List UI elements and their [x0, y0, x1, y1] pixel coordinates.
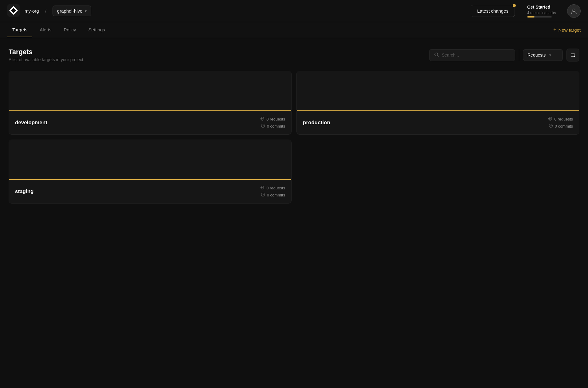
- target-card-staging[interactable]: staging 0 requests: [9, 140, 292, 204]
- tab-alerts[interactable]: Alerts: [35, 23, 56, 37]
- sort-chevron-icon: ▾: [549, 53, 551, 57]
- latest-changes-button[interactable]: Latest changes: [471, 5, 515, 17]
- target-name-staging: staging: [15, 188, 33, 195]
- chevron-down-icon: ▾: [85, 9, 87, 13]
- svg-line-3: [437, 56, 438, 57]
- page-title: Targets: [9, 48, 429, 56]
- requests-label-staging: 0 requests: [266, 186, 285, 190]
- history-icon: [261, 124, 265, 129]
- target-card-production[interactable]: production 0 requests: [296, 71, 579, 135]
- nav-tabs: Targets Alerts Policy Settings + New tar…: [0, 22, 588, 38]
- svg-point-1: [573, 9, 575, 11]
- search-icon: [434, 53, 439, 58]
- target-card-chart-staging: [9, 140, 291, 180]
- target-card-development[interactable]: development 0 requests: [9, 71, 292, 135]
- targets-controls: Requests ▾: [429, 49, 579, 61]
- target-stats-staging: 0 requests 0 commits: [260, 185, 285, 198]
- sort-dropdown[interactable]: Requests ▾: [523, 49, 563, 61]
- commits-label-development: 0 commits: [267, 124, 285, 129]
- progress-bar-fill: [527, 16, 535, 18]
- commits-label-production: 0 commits: [555, 124, 573, 129]
- target-requests-production: 0 requests: [548, 117, 573, 122]
- divider: [519, 49, 519, 61]
- history-icon-staging: [261, 192, 265, 198]
- target-card-info-development: development 0 requests: [9, 111, 291, 134]
- globe-icon-production: [548, 117, 552, 122]
- globe-icon: [260, 117, 265, 122]
- tab-settings[interactable]: Settings: [84, 23, 110, 37]
- sort-label: Requests: [527, 53, 546, 57]
- requests-label-production: 0 requests: [554, 117, 573, 121]
- main-content: Targets A list of available targets in y…: [0, 38, 588, 213]
- breadcrumb-sep: /: [45, 8, 46, 14]
- target-name-development: development: [15, 120, 47, 126]
- page-subtitle: A list of available targets in your proj…: [9, 57, 429, 62]
- target-stats-production: 0 requests 0 commits: [548, 117, 573, 129]
- globe-icon-staging: [260, 185, 265, 191]
- targets-title-section: Targets A list of available targets in y…: [9, 48, 429, 62]
- search-box[interactable]: [429, 49, 515, 61]
- new-target-button[interactable]: + New target: [553, 27, 581, 33]
- target-name-production: production: [303, 120, 330, 126]
- sort-direction-button[interactable]: [566, 49, 579, 61]
- targets-header: Targets A list of available targets in y…: [9, 48, 579, 62]
- target-stats-development: 0 requests 0 commits: [260, 117, 285, 129]
- avatar[interactable]: [567, 4, 581, 18]
- get-started-title: Get Started: [527, 5, 556, 10]
- get-started-subtitle: 4 remaining tasks: [527, 11, 556, 15]
- target-commits-development: 0 commits: [261, 124, 285, 129]
- target-requests-staging: 0 requests: [260, 185, 285, 191]
- new-target-label: New target: [558, 27, 581, 33]
- target-card-info-staging: staging 0 requests: [9, 180, 291, 203]
- target-card-info-production: production 0 requests: [297, 111, 579, 134]
- tab-targets[interactable]: Targets: [7, 23, 32, 37]
- progress-bar: [527, 16, 552, 18]
- target-commits-production: 0 commits: [549, 124, 573, 129]
- history-icon-production: [549, 124, 553, 129]
- org-name: my-org: [25, 8, 39, 14]
- target-commits-staging: 0 commits: [261, 192, 285, 198]
- search-input[interactable]: [442, 53, 510, 57]
- commits-label-staging: 0 commits: [267, 193, 285, 197]
- project-name: graphql-hive: [57, 8, 83, 14]
- notification-dot: [513, 4, 516, 7]
- get-started-section: Get Started 4 remaining tasks: [527, 5, 556, 18]
- targets-grid: development 0 requests: [9, 71, 579, 204]
- plus-icon: +: [553, 27, 557, 33]
- target-requests-development: 0 requests: [260, 117, 285, 122]
- target-card-chart-development: [9, 71, 291, 111]
- logo[interactable]: [7, 4, 20, 18]
- tab-policy[interactable]: Policy: [59, 23, 81, 37]
- header: my-org / graphql-hive ▾ Latest changes G…: [0, 0, 588, 22]
- project-dropdown[interactable]: graphql-hive ▾: [53, 6, 92, 16]
- requests-label-development: 0 requests: [266, 117, 285, 121]
- target-card-chart-production: [297, 71, 579, 111]
- latest-changes-label: Latest changes: [477, 8, 508, 14]
